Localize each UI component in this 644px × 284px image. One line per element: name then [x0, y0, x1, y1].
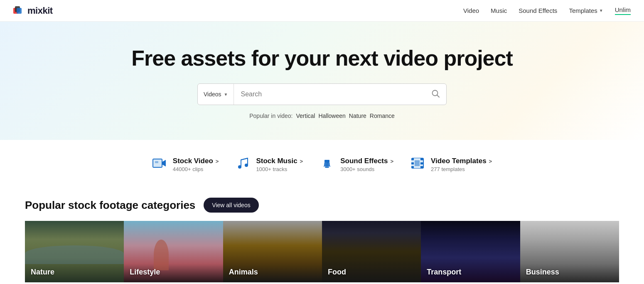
sound-effects-icon	[320, 157, 334, 173]
svg-rect-2	[17, 8, 22, 14]
search-icon[interactable]	[425, 89, 446, 100]
main-nav: Video Music Sound Effects Templates ▼ Un…	[463, 6, 631, 15]
thumb-lifestyle-label: Lifestyle	[130, 268, 160, 277]
video-templates-icon	[410, 157, 425, 172]
svg-point-8	[238, 165, 241, 169]
nav-unlim[interactable]: Unlim	[615, 6, 631, 15]
stock-video-icon	[152, 157, 167, 172]
popular-title: Popular stock footage categories	[25, 199, 195, 212]
thumb-transport[interactable]: Transport	[421, 221, 520, 282]
templates-dropdown-arrow: ▼	[599, 8, 603, 13]
tag-vertical[interactable]: Vertical	[296, 113, 315, 119]
svg-rect-13	[411, 158, 414, 160]
thumbnails-grid: Nature Lifestyle Animals Food Transport	[25, 221, 619, 282]
svg-rect-17	[420, 162, 423, 164]
category-sound-effects[interactable]: Sound Effects > 3000+ sounds	[320, 157, 393, 173]
thumb-lifestyle[interactable]: Lifestyle	[124, 221, 223, 282]
stock-video-title: Stock Video >	[173, 157, 219, 165]
svg-rect-16	[420, 158, 423, 160]
thumb-food[interactable]: Food	[322, 221, 421, 282]
stock-music-icon	[235, 157, 250, 173]
sound-effects-title: Sound Effects >	[340, 157, 393, 165]
thumb-food-label: Food	[328, 268, 346, 277]
popular-tags: Popular in video: Vertical Halloween Nat…	[8, 113, 636, 119]
search-dropdown-arrow: ▼	[224, 92, 228, 97]
thumb-animals[interactable]: Animals	[223, 221, 322, 282]
thumb-animals-label: Animals	[229, 268, 258, 277]
header: mixkit Video Music Sound Effects Templat…	[0, 0, 644, 22]
logo-text: mixkit	[27, 5, 53, 16]
nav-music[interactable]: Music	[491, 7, 507, 14]
search-type-label: Videos	[204, 91, 221, 98]
sound-effects-subtitle: 3000+ sounds	[340, 166, 393, 172]
search-bar: Videos ▼	[197, 83, 447, 105]
stock-video-subtitle: 44000+ clips	[173, 166, 219, 172]
search-input[interactable]	[234, 91, 425, 98]
thumb-nature[interactable]: Nature	[25, 221, 124, 282]
video-templates-title: Video Templates >	[431, 157, 492, 165]
popular-section: Popular stock footage categories View al…	[0, 185, 644, 282]
svg-rect-15	[411, 166, 414, 168]
asset-categories: Stock Video > 44000+ clips Stock Music >…	[0, 140, 644, 185]
popular-header: Popular stock footage categories View al…	[25, 198, 619, 213]
thumb-transport-label: Transport	[427, 268, 461, 277]
svg-rect-14	[411, 162, 414, 164]
logo[interactable]: mixkit	[13, 5, 53, 16]
thumb-business-label: Business	[526, 268, 559, 277]
hero-title: Free assets for your next video project	[8, 47, 636, 70]
nav-sound-effects[interactable]: Sound Effects	[519, 7, 557, 14]
stock-music-title: Stock Music >	[256, 157, 303, 165]
svg-line-4	[437, 95, 439, 97]
hero-section: Free assets for your next video project …	[0, 22, 644, 140]
search-container: Videos ▼	[8, 83, 636, 105]
svg-point-9	[245, 164, 248, 167]
svg-rect-19	[415, 160, 420, 166]
stock-music-subtitle: 1000+ tracks	[256, 166, 303, 172]
logo-icon	[13, 6, 25, 15]
category-video-templates[interactable]: Video Templates > 277 templates	[410, 157, 492, 173]
thumb-business[interactable]: Business	[520, 221, 619, 282]
category-stock-music[interactable]: Stock Music > 1000+ tracks	[235, 157, 303, 173]
tag-halloween[interactable]: Halloween	[318, 113, 345, 119]
svg-rect-18	[420, 166, 423, 168]
tag-romance[interactable]: Romance	[370, 113, 395, 119]
video-templates-subtitle: 277 templates	[431, 166, 492, 172]
thumb-nature-label: Nature	[31, 268, 54, 277]
nav-video[interactable]: Video	[463, 7, 479, 14]
popular-prefix: Popular in video:	[249, 113, 293, 119]
svg-rect-7	[155, 161, 158, 163]
tag-nature[interactable]: Nature	[349, 113, 366, 119]
view-all-videos-button[interactable]: View all videos	[204, 198, 258, 213]
nav-templates[interactable]: Templates ▼	[569, 7, 603, 14]
search-type-dropdown[interactable]: Videos ▼	[198, 84, 234, 105]
svg-line-10	[241, 158, 248, 160]
category-stock-video[interactable]: Stock Video > 44000+ clips	[152, 157, 219, 173]
